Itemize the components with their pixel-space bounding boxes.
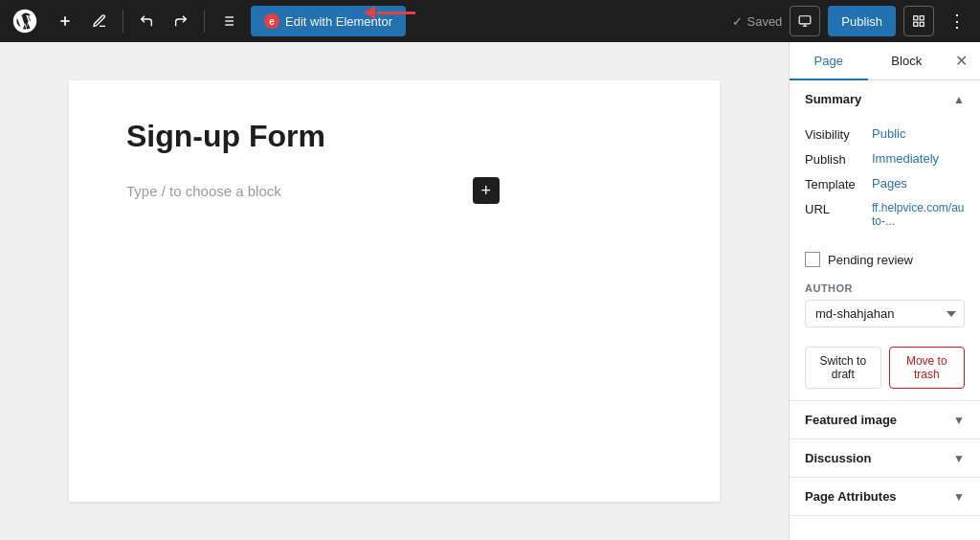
block-placeholder-area: Type / to choose a block + [126,177,662,204]
right-sidebar: Page Block ✕ Summary ▲ Visibility Public… [789,42,980,540]
svg-rect-9 [914,16,918,20]
list-view-button[interactable] [212,6,243,36]
svg-rect-10 [920,16,924,20]
wordpress-logo[interactable] [8,4,42,38]
tab-block[interactable]: Block [868,42,947,79]
visibility-value[interactable]: Public [872,126,905,141]
saved-label: Saved [746,14,782,29]
page-attributes-chevron-down-icon: ▼ [953,490,965,504]
summary-chevron-up-icon: ▲ [953,93,965,106]
sidebar-header: Page Block ✕ [790,42,980,80]
red-arrow-annotation [364,6,415,19]
editor-content: Sign-up Form Type / to choose a block + [69,80,720,502]
elementor-icon: e [264,13,279,29]
toolbar-right: ✓ Saved Publish ⋮ [732,6,972,36]
visibility-label: Visibility [805,126,872,142]
summary-section: Summary ▲ Visibility Public Publish Imme… [790,80,980,401]
summary-title: Summary [805,92,861,106]
add-block-inline-button[interactable]: + [473,177,500,204]
page-title[interactable]: Sign-up Form [126,119,662,154]
discussion-section: Discussion ▼ [790,439,980,478]
block-placeholder-text: Type / to choose a block [126,183,281,199]
summary-header[interactable]: Summary ▲ [790,80,980,118]
svg-rect-8 [800,16,812,24]
main-area: Sign-up Form Type / to choose a block + … [0,42,980,540]
more-options-button[interactable]: ⋮ [942,6,972,36]
discussion-chevron-down-icon: ▼ [953,452,965,465]
settings-panel-button[interactable] [903,6,934,36]
discussion-label: Discussion [805,451,871,465]
template-value[interactable]: Pages [872,176,907,191]
svg-rect-11 [920,22,924,26]
sidebar-close-button[interactable]: ✕ [946,46,976,77]
featured-image-chevron-down-icon: ▼ [953,414,965,427]
publish-row-label: Publish [805,151,872,167]
toolbar: e Edit with Elementor ✓ Saved Publish ⋮ [0,0,980,42]
url-row: URL ff.helpvice.com/auto-... [805,196,965,233]
preview-button[interactable] [790,6,820,36]
toolbar-divider-1 [122,10,123,33]
pending-review-row: Pending review [790,244,980,275]
discussion-header[interactable]: Discussion ▼ [790,439,980,477]
featured-image-label: Featured image [805,413,897,427]
featured-image-header[interactable]: Featured image ▼ [790,401,980,439]
saved-indicator: ✓ Saved [732,14,782,29]
visibility-row: Visibility Public [805,122,965,146]
sidebar-body: Summary ▲ Visibility Public Publish Imme… [790,80,980,540]
move-to-trash-button[interactable]: Move to trash [889,347,966,389]
page-attributes-label: Page Attributes [805,489,897,504]
undo-button[interactable] [131,6,162,36]
tab-page[interactable]: Page [790,42,868,79]
template-label: Template [805,176,872,191]
template-row: Template Pages [805,171,965,196]
toolbar-left: e Edit with Elementor [8,4,728,38]
redo-button[interactable] [166,6,196,36]
check-icon: ✓ [732,14,743,29]
toolbar-divider-2 [204,10,205,33]
publish-row: Publish Immediately [805,146,965,171]
svg-rect-12 [914,22,918,26]
add-block-toolbar-button[interactable] [50,6,80,36]
page-attributes-section: Page Attributes ▼ [790,478,980,516]
arrow-line [377,11,415,14]
arrow-head [364,6,375,19]
editor-area: Sign-up Form Type / to choose a block + [0,42,789,540]
author-section: AUTHOR md-shahjahan [790,275,980,339]
pending-review-checkbox[interactable] [805,252,820,267]
publish-button[interactable]: Publish [828,6,896,36]
tools-button[interactable] [84,6,115,36]
url-value[interactable]: ff.helpvice.com/auto-... [872,201,965,228]
summary-body: Visibility Public Publish Immediately Te… [790,118,980,244]
action-buttons: Switch to draft Move to trash [790,339,980,400]
page-attributes-header[interactable]: Page Attributes ▼ [790,478,980,515]
pending-review-label: Pending review [828,253,913,267]
publish-value[interactable]: Immediately [872,151,939,166]
switch-to-draft-button[interactable]: Switch to draft [805,347,881,389]
url-label: URL [805,201,872,216]
author-section-label: AUTHOR [805,282,965,294]
featured-image-section: Featured image ▼ [790,401,980,439]
author-select[interactable]: md-shahjahan [805,300,965,327]
